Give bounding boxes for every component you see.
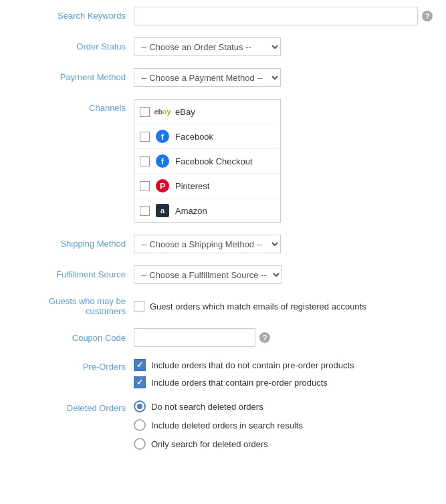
channel-logo-pinterest: P xyxy=(155,178,170,193)
preorders-row: Pre-Orders Include orders that do not co… xyxy=(13,359,433,388)
channel-name-facebook: Facebook xyxy=(175,132,213,142)
coupon-code-input[interactable] xyxy=(134,328,255,347)
channel-item-facebook: f Facebook xyxy=(134,124,280,149)
guests-label: Guests who may be customers xyxy=(13,296,134,316)
guests-row: Guests who may be customers Guest orders… xyxy=(13,296,433,316)
preorders-options: Include orders that do not contain pre-o… xyxy=(134,359,354,388)
channel-name-facebook-checkout: Facebook Checkout xyxy=(175,156,253,166)
deleted-orders-row: Deleted Orders Do not search deleted ord… xyxy=(13,400,433,450)
facebook-checkout-icon: f xyxy=(156,154,169,168)
guests-checkbox[interactable] xyxy=(134,301,144,311)
order-status-label: Order Status xyxy=(13,37,134,51)
order-status-control: -- Choose an Order Status -- xyxy=(134,37,433,56)
search-keywords-control: ? xyxy=(134,7,433,25)
coupon-code-row: Coupon Code ? xyxy=(13,328,433,347)
deleted-option-1: Do not search deleted orders xyxy=(134,400,303,412)
filter-form: Search Keywords ? Order Status -- Choose… xyxy=(0,0,446,475)
coupon-code-control: ? xyxy=(134,328,270,347)
channels-list: ebay eBay f Facebook xyxy=(134,99,281,223)
deleted-radio-3[interactable] xyxy=(134,438,146,450)
amazon-icon: a xyxy=(156,204,169,217)
channel-item-facebook-checkout: f Facebook Checkout xyxy=(134,149,280,174)
deleted-option-label-3: Only search for deleted orders xyxy=(151,439,268,449)
payment-method-label: Payment Method xyxy=(13,68,134,82)
search-keywords-label: Search Keywords xyxy=(13,7,134,21)
preorders-label: Pre-Orders xyxy=(13,359,134,372)
channel-logo-facebook-checkout: f xyxy=(155,154,170,168)
order-status-select[interactable]: -- Choose an Order Status -- xyxy=(134,37,281,56)
shipping-method-select[interactable]: -- Choose a Shipping Method -- xyxy=(134,235,281,253)
deleted-orders-label: Deleted Orders xyxy=(13,400,134,413)
channel-item-amazon: a Amazon xyxy=(134,199,280,223)
shipping-method-control: -- Choose a Shipping Method -- xyxy=(134,235,433,253)
channels-row: Channels ebay eBay f xyxy=(13,99,433,223)
fulfillment-source-control: -- Choose a Fulfillment Source -- xyxy=(134,265,433,284)
preorder-checkbox-1[interactable] xyxy=(134,359,146,371)
deleted-option-label-1: Do not search deleted orders xyxy=(151,402,263,412)
coupon-code-label: Coupon Code xyxy=(13,333,134,343)
channel-item-ebay: ebay eBay xyxy=(134,100,280,124)
guests-control: Guest orders which match emails of regis… xyxy=(134,301,366,311)
channel-logo-facebook: f xyxy=(155,129,170,144)
channel-logo-ebay: ebay xyxy=(155,104,170,119)
deleted-option-2: Include deleted orders in search results xyxy=(134,419,303,431)
coupon-code-help-icon[interactable]: ? xyxy=(259,332,270,343)
deleted-option-3: Only search for deleted orders xyxy=(134,438,303,450)
channel-name-ebay: eBay xyxy=(175,107,195,117)
channel-checkbox-facebook[interactable] xyxy=(140,132,150,142)
preorder-checkbox-2[interactable] xyxy=(134,376,146,388)
order-status-row: Order Status -- Choose an Order Status -… xyxy=(13,37,433,56)
channel-checkbox-ebay[interactable] xyxy=(140,107,150,117)
channel-name-amazon: Amazon xyxy=(175,206,207,216)
deleted-orders-options: Do not search deleted orders Include del… xyxy=(134,400,303,450)
facebook-icon: f xyxy=(156,130,169,143)
channel-name-pinterest: Pinterest xyxy=(175,181,209,191)
shipping-method-label: Shipping Method xyxy=(13,235,134,249)
payment-method-row: Payment Method -- Choose a Payment Metho… xyxy=(13,68,433,87)
fulfillment-source-row: Fulfillment Source -- Choose a Fulfillme… xyxy=(13,265,433,284)
deleted-radio-1[interactable] xyxy=(134,400,146,412)
channel-checkbox-amazon[interactable] xyxy=(140,206,150,216)
deleted-radio-2[interactable] xyxy=(134,419,146,431)
pinterest-icon: P xyxy=(156,179,169,193)
channels-control: ebay eBay f Facebook xyxy=(134,99,433,223)
payment-method-control: -- Choose a Payment Method -- xyxy=(134,68,433,87)
search-keywords-row: Search Keywords ? xyxy=(13,7,433,25)
channel-logo-amazon: a xyxy=(155,203,170,218)
channel-item-pinterest: P Pinterest xyxy=(134,174,280,199)
deleted-radio-inner-1 xyxy=(137,404,142,409)
preorder-option-1: Include orders that do not contain pre-o… xyxy=(134,359,354,371)
search-keywords-help-icon[interactable]: ? xyxy=(422,11,433,21)
guests-checkbox-label: Guest orders which match emails of regis… xyxy=(150,301,366,311)
channel-checkbox-facebook-checkout[interactable] xyxy=(140,156,150,166)
fulfillment-source-select[interactable]: -- Choose a Fulfillment Source -- xyxy=(134,265,282,284)
channels-label: Channels xyxy=(13,99,134,113)
payment-method-select[interactable]: -- Choose a Payment Method -- xyxy=(134,68,281,87)
fulfillment-source-label: Fulfillment Source xyxy=(13,265,134,279)
preorder-option-2: Include orders that contain pre-order pr… xyxy=(134,376,354,388)
preorder-label-2: Include orders that contain pre-order pr… xyxy=(151,378,328,388)
ebay-logo-text: ebay xyxy=(154,108,171,116)
preorder-label-1: Include orders that do not contain pre-o… xyxy=(151,360,354,370)
shipping-method-row: Shipping Method -- Choose a Shipping Met… xyxy=(13,235,433,253)
search-keywords-input[interactable] xyxy=(134,7,418,25)
channel-checkbox-pinterest[interactable] xyxy=(140,181,150,191)
deleted-option-label-2: Include deleted orders in search results xyxy=(151,420,303,430)
